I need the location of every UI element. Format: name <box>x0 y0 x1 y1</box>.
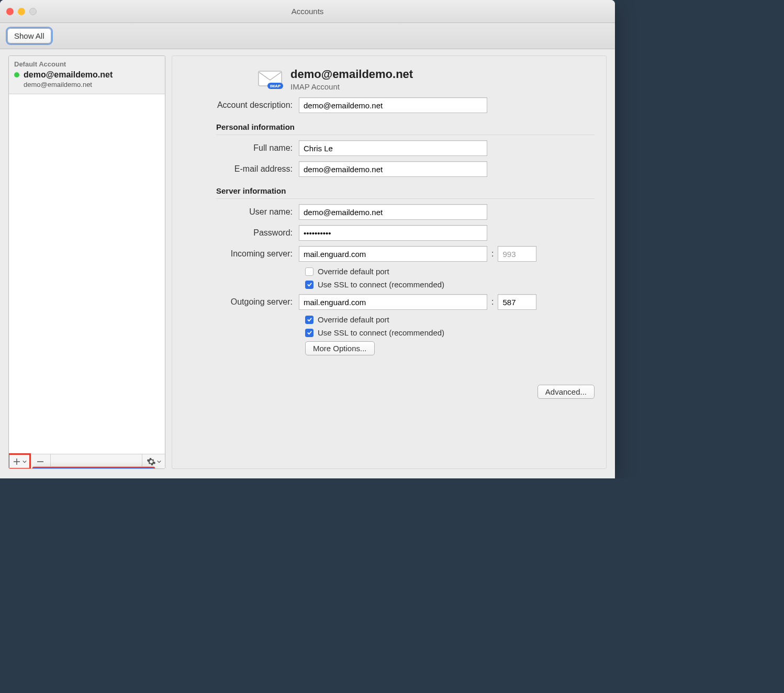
incoming-ssl-label: Use SSL to connect (recommended) <box>318 280 444 289</box>
full-name-field[interactable] <box>299 140 487 156</box>
email-label: E-mail address: <box>184 164 299 174</box>
password-label: Password: <box>184 228 299 238</box>
outgoing-server-field[interactable] <box>299 294 487 310</box>
password-field[interactable] <box>299 225 487 241</box>
check-icon <box>307 330 312 336</box>
full-name-label: Full name: <box>184 143 299 153</box>
user-name-label: User name: <box>184 207 299 217</box>
incoming-ssl-checkbox[interactable] <box>305 281 313 289</box>
description-label: Account description: <box>184 100 299 110</box>
outgoing-override-port-label: Override default port <box>318 315 389 324</box>
port-separator: : <box>491 249 494 259</box>
close-window-button[interactable] <box>6 8 14 15</box>
account-name: demo@emaildemo.net <box>24 70 113 80</box>
zoom-window-button[interactable] <box>29 8 37 15</box>
outgoing-ssl-checkbox[interactable] <box>305 329 313 337</box>
outgoing-port-field[interactable] <box>498 294 536 310</box>
incoming-port-field[interactable] <box>498 246 536 262</box>
chevron-down-icon <box>157 460 161 464</box>
outgoing-server-label: Outgoing server: <box>184 297 299 307</box>
accounts-sidebar: Default Account demo@emaildemo.net demo@… <box>8 55 165 469</box>
window-title: Accounts <box>0 7 615 16</box>
email-field[interactable] <box>299 161 487 177</box>
advanced-button[interactable]: Advanced... <box>537 385 595 399</box>
add-account-menu: New Account... Directory Service... <box>32 466 155 469</box>
check-icon <box>307 282 312 287</box>
toolbar: Show All <box>0 23 615 49</box>
default-account-section: Default Account demo@emaildemo.net demo@… <box>9 56 165 94</box>
accounts-window: Accounts Show All Default Account demo@e… <box>0 0 615 478</box>
account-type-label: IMAP Account <box>290 82 413 91</box>
plus-icon <box>12 457 21 466</box>
show-all-button[interactable]: Show All <box>7 28 51 43</box>
minimize-window-button[interactable] <box>18 8 25 15</box>
add-account-button[interactable] <box>9 454 30 468</box>
menu-new-account[interactable]: New Account... <box>32 467 155 469</box>
more-options-button[interactable]: More Options... <box>305 341 375 355</box>
incoming-server-field[interactable] <box>299 246 487 262</box>
account-subtitle: demo@emaildemo.net <box>24 81 160 88</box>
account-list-item[interactable]: demo@emaildemo.net <box>14 70 160 80</box>
status-online-icon <box>14 72 19 77</box>
incoming-override-port-label: Override default port <box>318 267 389 276</box>
outgoing-override-port-checkbox[interactable] <box>305 316 313 324</box>
incoming-server-label: Incoming server: <box>184 249 299 259</box>
personal-info-heading: Personal information <box>216 122 595 135</box>
sidebar-heading: Default Account <box>14 60 160 68</box>
incoming-override-port-checkbox[interactable] <box>305 267 313 276</box>
chevron-down-icon <box>23 460 27 464</box>
check-icon <box>307 317 312 322</box>
outgoing-ssl-label: Use SSL to connect (recommended) <box>318 328 444 337</box>
server-info-heading: Server information <box>216 186 595 199</box>
mail-imap-icon: IMAP <box>257 68 284 91</box>
user-name-field[interactable] <box>299 204 487 220</box>
port-separator: : <box>491 297 494 307</box>
gear-icon <box>147 457 156 466</box>
account-detail-panel: IMAP demo@emaildemo.net IMAP Account Acc… <box>172 55 607 469</box>
minus-icon <box>36 457 45 466</box>
titlebar: Accounts <box>0 0 615 23</box>
description-field[interactable] <box>299 97 487 113</box>
svg-text:IMAP: IMAP <box>270 84 281 88</box>
sidebar-empty-area <box>9 94 165 454</box>
account-title: demo@emaildemo.net <box>290 68 413 81</box>
